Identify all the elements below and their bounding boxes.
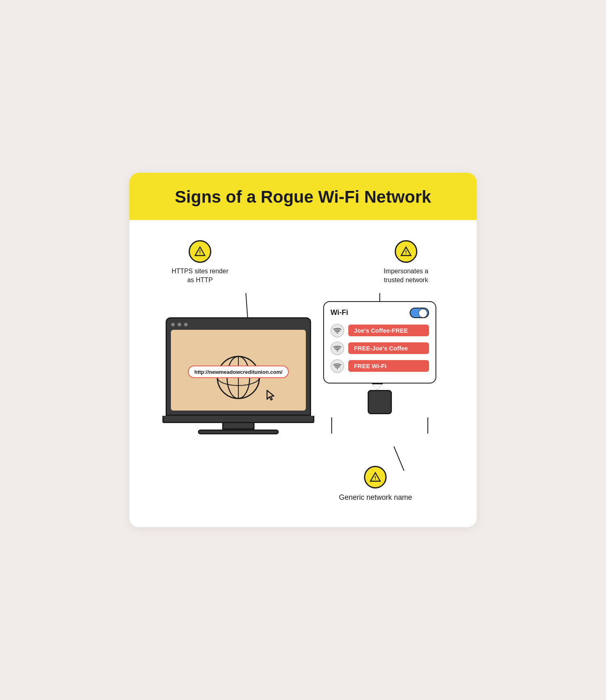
https-label-block: ! HTTPS sites render as HTTP	[170, 240, 230, 285]
connector-left	[331, 417, 332, 434]
wifi-title: Wi-Fi	[330, 308, 348, 317]
wifi-network-name-3: FREE Wi-Fi	[348, 360, 429, 372]
svg-marker-10	[267, 390, 274, 400]
wifi-bars-icon-2	[333, 345, 341, 352]
wifi-bars-icon	[333, 327, 341, 334]
warning-triangle-icon-3: !	[370, 472, 381, 483]
wifi-network-3: FREE Wi-Fi	[330, 359, 429, 373]
wifi-header: Wi-Fi	[330, 308, 429, 318]
svg-point-11	[337, 332, 338, 333]
warning-triangle-icon: !	[194, 246, 206, 257]
dot-1	[171, 323, 175, 327]
wifi-popup: Wi-Fi Joe's Coffe	[323, 301, 436, 384]
wifi-signal-icon-1	[330, 324, 344, 337]
dot-3	[184, 323, 188, 327]
wifi-network-2: FREE-Joe's Coffee	[330, 342, 429, 355]
https-warning-badge: !	[189, 240, 211, 263]
screen-content: http://newmeadowcreditunion.com/	[171, 330, 306, 411]
connector-right	[427, 417, 428, 434]
laptop-base	[162, 416, 314, 423]
impersonates-label-block: ! Impersonates a trusted network	[376, 240, 436, 285]
laptop-screen: http://newmeadowcreditunion.com/	[166, 317, 311, 416]
laptop: http://newmeadowcreditunion.com/	[166, 317, 311, 434]
svg-point-12	[337, 350, 338, 351]
dot-2	[177, 323, 181, 327]
impersonates-label-text: Impersonates a trusted network	[376, 267, 436, 285]
svg-text:!: !	[375, 475, 376, 481]
header-section: Signs of a Rogue Wi-Fi Network	[129, 173, 477, 220]
content-section: ! HTTPS sites render as HTTP ! Impersona…	[129, 220, 477, 527]
device-connectors	[331, 417, 428, 434]
laptop-stand	[222, 423, 255, 430]
laptop-wrapper: http://newmeadowcreditunion.com/	[166, 317, 311, 434]
wifi-network-name-2: FREE-Joe's Coffee	[348, 342, 429, 354]
generic-warning-badge: !	[364, 466, 387, 488]
impersonates-warning-badge: !	[395, 240, 417, 263]
main-card: Signs of a Rogue Wi-Fi Network ! HTTPS s…	[129, 173, 477, 527]
wifi-network-name-1: Joe's Coffee-FREE	[348, 325, 429, 336]
wifi-bars-icon-3	[333, 363, 341, 369]
illustration-area: http://newmeadowcreditunion.com/	[154, 293, 452, 503]
generic-label-text: Generic network name	[339, 493, 412, 503]
svg-text:!: !	[405, 249, 407, 255]
https-label-text: HTTPS sites render as HTTP	[170, 267, 230, 285]
page-title: Signs of a Rogue Wi-Fi Network	[145, 187, 461, 207]
wifi-popup-wrapper: Wi-Fi Joe's Coffe	[323, 301, 436, 434]
cursor-icon	[265, 390, 278, 402]
screen-dots	[171, 323, 306, 327]
generic-warning-block: ! Generic network name	[339, 466, 412, 503]
svg-text:!: !	[199, 249, 201, 255]
device-body	[368, 390, 392, 414]
laptop-foot	[198, 430, 279, 434]
wifi-signal-icon-2	[330, 342, 344, 355]
top-labels-row: ! HTTPS sites render as HTTP ! Impersona…	[154, 240, 452, 285]
wifi-network-1: Joe's Coffee-FREE	[330, 324, 429, 337]
popup-pointer-inner	[372, 384, 382, 390]
warning-triangle-icon-2: !	[400, 246, 412, 257]
svg-point-13	[337, 368, 338, 369]
url-bar: http://newmeadowcreditunion.com/	[188, 365, 289, 378]
wifi-toggle[interactable]	[410, 308, 429, 318]
wifi-signal-icon-3	[330, 359, 344, 373]
